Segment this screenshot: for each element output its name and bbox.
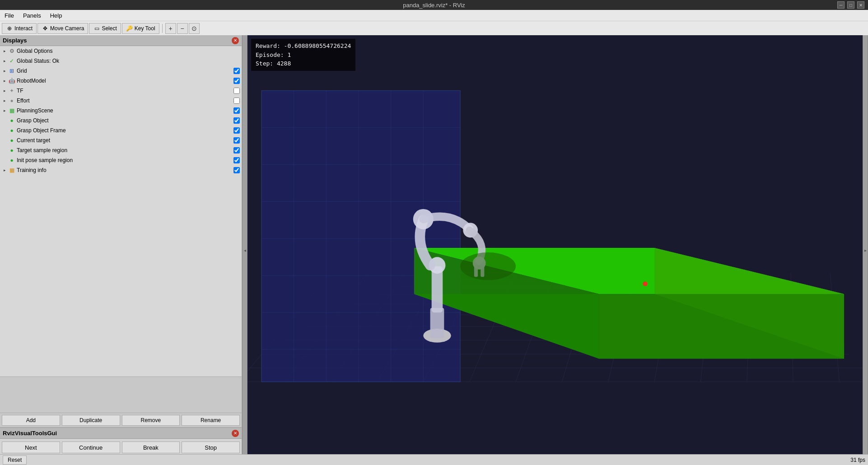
camera-button[interactable]: ⊙ <box>189 23 200 34</box>
training-info-icon: ▦ <box>8 167 15 174</box>
display-item-grid[interactable]: ▸ ⊞ Grid <box>0 66 242 76</box>
menu-help[interactable]: Help <box>47 11 65 20</box>
menu-panels[interactable]: Panels <box>20 11 44 20</box>
display-item-effort[interactable]: ▸ ● Effort <box>0 96 242 106</box>
training-info-label: Training info <box>17 167 233 173</box>
global-status-label: Global Status: Ok <box>17 58 240 64</box>
select-icon: ▭ <box>93 25 100 32</box>
training-arrow-icon: ▸ <box>2 167 7 173</box>
displays-list: ▸ ⚙ Global Options ▸ ✓ Global Status: Ok… <box>0 46 242 377</box>
3d-viewport[interactable]: Reward: -0.6088980554726224 Episode: 1 S… <box>247 35 863 465</box>
displays-panel: Displays ✕ ▸ ⚙ Global Options ▸ ✓ Global… <box>0 35 242 428</box>
display-item-robot-model[interactable]: ▸ 🤖 RobotModel <box>0 76 242 86</box>
current-target-checkbox[interactable] <box>233 137 240 144</box>
maximize-button[interactable]: □ <box>847 1 854 9</box>
tf-icon: ✦ <box>8 87 15 94</box>
grasp-arrow-icon <box>2 118 7 123</box>
display-item-grasp-object-frame[interactable]: ● Grasp Object Frame <box>0 126 242 135</box>
display-item-grasp-object[interactable]: ● Grasp Object <box>0 116 242 126</box>
statusbar: Reset 31 fps <box>0 454 868 465</box>
target-sample-label: Target sample region <box>17 147 233 153</box>
continue-button[interactable]: Continue <box>62 442 120 453</box>
grasp-object-checkbox[interactable] <box>233 117 240 124</box>
grasp-object-icon: ● <box>8 117 15 124</box>
global-options-label: Global Options <box>17 48 240 54</box>
status-arrow-icon: ▸ <box>2 58 7 64</box>
global-options-icon: ⚙ <box>8 47 15 55</box>
target-arrow-icon <box>2 138 7 143</box>
zoom-out-button[interactable]: − <box>177 23 188 34</box>
next-button[interactable]: Next <box>2 442 60 453</box>
display-item-target-sample[interactable]: ● Target sample region <box>0 145 242 155</box>
display-item-global-options[interactable]: ▸ ⚙ Global Options <box>0 46 242 56</box>
grasp-object-label: Grasp Object <box>17 117 233 124</box>
robot-arrow-icon: ▸ <box>2 78 7 84</box>
planning-scene-icon: ▦ <box>8 107 15 114</box>
display-item-init-pose[interactable]: ● Init pose sample region <box>0 155 242 165</box>
planning-arrow-icon: ▸ <box>2 108 7 113</box>
display-item-planning-scene[interactable]: ▸ ▦ PlanningScene <box>0 106 242 116</box>
display-item-global-status[interactable]: ▸ ✓ Global Status: Ok <box>0 56 242 66</box>
grid-label: Grid <box>17 68 233 74</box>
move-camera-icon: ✥ <box>42 25 49 32</box>
displays-header: Displays ✕ <box>0 35 242 46</box>
rename-button[interactable]: Rename <box>182 415 240 426</box>
grasp-frame-arrow-icon <box>2 128 7 133</box>
tf-arrow-icon: ▸ <box>2 88 7 93</box>
current-target-label: Current target <box>17 137 233 144</box>
menu-file[interactable]: File <box>2 11 17 20</box>
display-item-training-info[interactable]: ▸ ▦ Training info <box>0 165 242 175</box>
init-pose-checkbox[interactable] <box>233 157 240 163</box>
break-button[interactable]: Break <box>122 442 180 453</box>
panel-collapse-handle[interactable]: ◂ <box>242 35 247 465</box>
grasp-object-frame-label: Grasp Object Frame <box>17 127 233 134</box>
svg-point-55 <box>643 282 647 286</box>
effort-checkbox[interactable] <box>233 98 240 104</box>
display-item-tf[interactable]: ▸ ✦ TF <box>0 86 242 96</box>
current-target-icon: ● <box>8 137 15 144</box>
key-tool-button[interactable]: 🔑 Key Tool <box>122 23 159 34</box>
status-check-icon: ✓ <box>8 57 15 65</box>
robot-model-checkbox[interactable] <box>233 78 240 84</box>
svg-marker-45 <box>599 294 844 358</box>
planning-scene-checkbox[interactable] <box>233 107 240 114</box>
training-info-checkbox[interactable] <box>233 167 240 173</box>
remove-button[interactable]: Remove <box>122 415 180 426</box>
scene-svg <box>247 35 863 465</box>
sample-arrow-icon <box>2 148 7 153</box>
close-button[interactable]: ✕ <box>857 1 864 9</box>
grid-checkbox[interactable] <box>233 68 240 74</box>
zoom-in-button[interactable]: + <box>165 23 176 34</box>
stop-button[interactable]: Stop <box>182 442 240 453</box>
interact-button[interactable]: ⊕ Interact <box>2 23 37 34</box>
svg-point-56 <box>460 252 516 280</box>
grasp-frame-icon: ● <box>8 127 15 134</box>
displays-title: Displays <box>3 37 27 44</box>
effort-arrow-icon: ▸ <box>2 98 7 103</box>
displays-close-button[interactable]: ✕ <box>232 37 239 44</box>
display-item-current-target[interactable]: ● Current target <box>0 135 242 145</box>
grasp-frame-checkbox[interactable] <box>233 127 240 134</box>
arrow-icon: ▸ <box>2 48 7 54</box>
main-layout: Displays ✕ ▸ ⚙ Global Options ▸ ✓ Global… <box>0 35 868 465</box>
tf-checkbox[interactable] <box>233 88 240 94</box>
interact-icon: ⊕ <box>6 25 13 32</box>
toolbar: ⊕ Interact ✥ Move Camera ▭ Select 🔑 Key … <box>0 21 868 35</box>
info-overlay: Reward: -0.6088980554726224 Episode: 1 S… <box>251 39 355 71</box>
effort-label: Effort <box>17 98 233 104</box>
rviz-close-button[interactable]: ✕ <box>232 430 239 437</box>
add-button[interactable]: Add <box>2 415 60 426</box>
rviz-panel-header: RvizVisualToolsGui ✕ <box>0 428 242 439</box>
right-panel-collapse-handle[interactable]: ▸ <box>863 35 868 465</box>
move-camera-button[interactable]: ✥ Move Camera <box>37 23 88 34</box>
properties-area <box>0 377 242 413</box>
episode-text: Episode: 1 <box>256 51 351 60</box>
reset-button[interactable]: Reset <box>3 456 27 465</box>
minimize-button[interactable]: ─ <box>837 1 845 9</box>
rviz-buttons-row: Next Continue Break Stop <box>0 439 242 456</box>
init-arrow-icon <box>2 158 7 163</box>
select-button[interactable]: ▭ Select <box>89 23 121 34</box>
duplicate-button[interactable]: Duplicate <box>62 415 120 426</box>
target-sample-checkbox[interactable] <box>233 147 240 153</box>
menubar: File Panels Help <box>0 10 868 21</box>
